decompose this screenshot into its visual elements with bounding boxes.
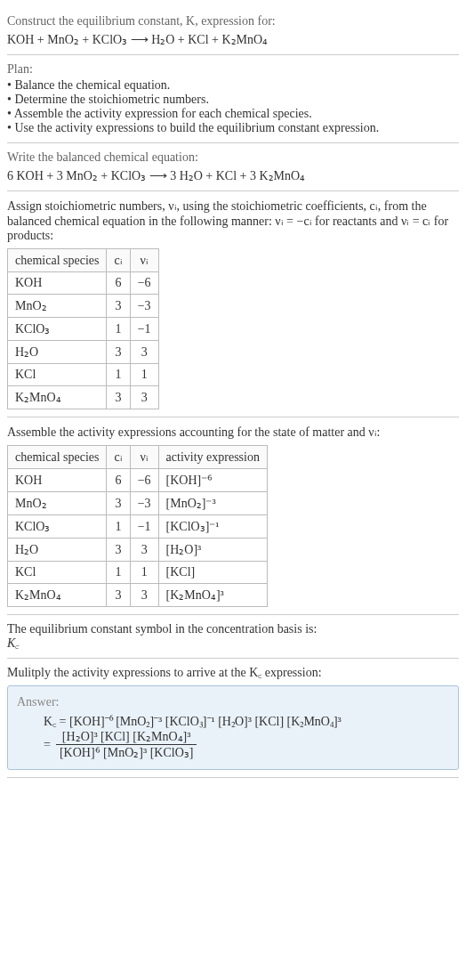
plan-item: • Use the activity expressions to build … (7, 121, 459, 135)
activity-section: Assemble the activity expressions accoun… (7, 417, 459, 615)
balanced-equation: 6 KOH + 3 MnO₂ + KClO₃ ⟶ 3 H₂O + KCl + 3… (7, 168, 459, 183)
cell-expr: [K₂MnO₄]³ (158, 584, 267, 607)
answer-fraction-line: = [H₂O]³ [KCl] [K₂MnO₄]³ [KOH]⁶ [MnO₂]³ … (44, 729, 449, 760)
cell-species: H₂O (8, 341, 107, 364)
table-header-row: chemical species cᵢ νᵢ (8, 249, 159, 272)
table-row: K₂MnO₄33[K₂MnO₄]³ (8, 584, 268, 607)
cell-vi: −1 (130, 515, 158, 539)
cell-expr: [H₂O]³ (158, 539, 267, 562)
symbol-section: The equilibrium constant symbol in the c… (7, 615, 459, 659)
cell-ci: 1 (107, 318, 130, 341)
answer-label: Answer: (17, 695, 449, 709)
cell-vi: 1 (130, 364, 158, 386)
symbol-kc: K꜀ (7, 636, 459, 651)
table-row: MnO₂3−3 (8, 295, 159, 318)
table-row: KCl11[KCl] (8, 562, 268, 584)
cell-species: MnO₂ (8, 492, 107, 515)
cell-ci: 1 (107, 562, 130, 584)
multiply-intro: Mulitply the activity expressions to arr… (7, 666, 459, 680)
plan-list: • Balance the chemical equation. • Deter… (7, 78, 459, 135)
cell-species: KOH (8, 469, 107, 492)
header-section: Construct the equilibrium constant, K, e… (7, 7, 459, 55)
balanced-section: Write the balanced chemical equation: 6 … (7, 143, 459, 191)
fraction-numerator: [H₂O]³ [KCl] [K₂MnO₄]³ (56, 729, 197, 745)
table-row: K₂MnO₄33 (8, 386, 159, 409)
table-row: MnO₂3−3[MnO₂]⁻³ (8, 492, 268, 515)
cell-species: H₂O (8, 539, 107, 562)
cell-species: K₂MnO₄ (8, 386, 107, 409)
col-vi: νᵢ (130, 446, 158, 469)
plan-section: Plan: • Balance the chemical equation. •… (7, 55, 459, 143)
symbol-intro: The equilibrium constant symbol in the c… (7, 622, 459, 636)
table-header-row: chemical species cᵢ νᵢ activity expressi… (8, 446, 268, 469)
col-activity: activity expression (158, 446, 267, 469)
cell-species: KClO₃ (8, 515, 107, 539)
table-row: KOH6−6 (8, 272, 159, 295)
cell-ci: 3 (107, 584, 130, 607)
plan-item: • Balance the chemical equation. (7, 78, 459, 93)
col-vi: νᵢ (130, 249, 158, 272)
col-species: chemical species (8, 249, 107, 272)
cell-vi: 1 (130, 562, 158, 584)
col-species: chemical species (8, 446, 107, 469)
table-row: KClO₃1−1[KClO₃]⁻¹ (8, 515, 268, 539)
plan-item: • Assemble the activity expression for e… (7, 107, 459, 121)
table-row: KCl11 (8, 364, 159, 386)
cell-expr: [KClO₃]⁻¹ (158, 515, 267, 539)
fraction: [H₂O]³ [KCl] [K₂MnO₄]³ [KOH]⁶ [MnO₂]³ [K… (56, 729, 197, 760)
answer-box: Answer: K꜀ = [KOH]⁻⁶ [MnO₂]⁻³ [KClO₃]⁻¹ … (7, 685, 459, 770)
cell-ci: 3 (107, 386, 130, 409)
cell-expr: [MnO₂]⁻³ (158, 492, 267, 515)
cell-species: KClO₃ (8, 318, 107, 341)
cell-vi: −6 (130, 272, 158, 295)
cell-ci: 3 (107, 492, 130, 515)
cell-vi: 3 (130, 584, 158, 607)
table-row: KOH6−6[KOH]⁻⁶ (8, 469, 268, 492)
col-ci: cᵢ (107, 446, 130, 469)
cell-vi: −1 (130, 318, 158, 341)
cell-species: MnO₂ (8, 295, 107, 318)
cell-ci: 1 (107, 515, 130, 539)
cell-species: KOH (8, 272, 107, 295)
stoich-intro: Assign stoichiometric numbers, νᵢ, using… (7, 198, 459, 243)
cell-species: K₂MnO₄ (8, 584, 107, 607)
plan-title: Plan: (7, 62, 459, 77)
cell-species: KCl (8, 364, 107, 386)
col-ci: cᵢ (107, 249, 130, 272)
cell-species: KCl (8, 562, 107, 584)
activity-table: chemical species cᵢ νᵢ activity expressi… (7, 445, 268, 607)
unbalanced-equation: KOH + MnO₂ + KClO₃ ⟶ H₂O + KCl + K₂MnO₄ (7, 32, 459, 47)
balanced-prompt: Write the balanced chemical equation: (7, 150, 459, 165)
cell-ci: 3 (107, 295, 130, 318)
table-row: H₂O33 (8, 341, 159, 364)
stoich-section: Assign stoichiometric numbers, νᵢ, using… (7, 191, 459, 417)
cell-vi: 3 (130, 341, 158, 364)
stoich-table: chemical species cᵢ νᵢ KOH6−6 MnO₂3−3 KC… (7, 248, 159, 409)
plan-item: • Determine the stoichiometric numbers. (7, 93, 459, 107)
fraction-denominator: [KOH]⁶ [MnO₂]³ [KClO₃] (56, 745, 197, 760)
cell-vi: −3 (130, 295, 158, 318)
equals-sign: = (44, 738, 51, 752)
cell-vi: 3 (130, 386, 158, 409)
table-row: H₂O33[H₂O]³ (8, 539, 268, 562)
multiply-section: Mulitply the activity expressions to arr… (7, 659, 459, 778)
cell-expr: [KCl] (158, 562, 267, 584)
activity-intro: Assemble the activity expressions accoun… (7, 425, 459, 440)
cell-ci: 1 (107, 364, 130, 386)
cell-ci: 6 (107, 469, 130, 492)
table-row: KClO₃1−1 (8, 318, 159, 341)
cell-expr: [KOH]⁻⁶ (158, 469, 267, 492)
cell-vi: 3 (130, 539, 158, 562)
cell-ci: 3 (107, 341, 130, 364)
answer-line1: K꜀ = [KOH]⁻⁶ [MnO₂]⁻³ [KClO₃]⁻¹ [H₂O]³ [… (44, 715, 449, 729)
cell-ci: 6 (107, 272, 130, 295)
cell-vi: −3 (130, 492, 158, 515)
construct-prompt: Construct the equilibrium constant, K, e… (7, 14, 459, 28)
cell-ci: 3 (107, 539, 130, 562)
cell-vi: −6 (130, 469, 158, 492)
